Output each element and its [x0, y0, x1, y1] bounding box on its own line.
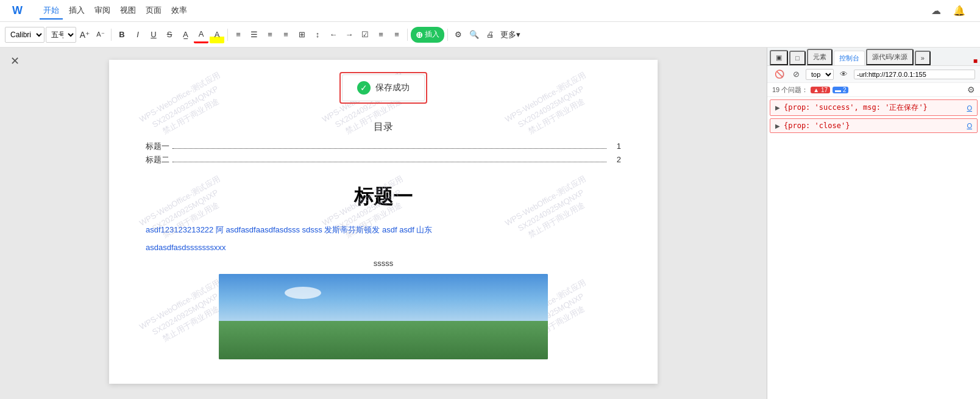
- toc-item: 标题一1: [146, 141, 621, 152]
- image-ground: [219, 321, 548, 359]
- numbering-btn[interactable]: ≡: [389, 26, 404, 43]
- toast-container: ✓ 保存成功: [339, 72, 427, 104]
- font-size-select[interactable]: 五号: [46, 27, 76, 43]
- expand-arrow-1[interactable]: ▶: [775, 104, 780, 111]
- indent-right-btn[interactable]: →: [342, 26, 357, 43]
- bell-icon-btn[interactable]: 🔔: [951, 2, 968, 20]
- devtools-tab-more[interactable]: »: [915, 51, 931, 65]
- menu-item-效率[interactable]: 效率: [168, 2, 191, 20]
- app-logo: W: [12, 4, 23, 17]
- devtools-toolbar: 🚫 ⊘ top 👁: [767, 66, 980, 83]
- toast-check-icon: ✓: [357, 81, 371, 95]
- devtools-settings-btn[interactable]: ⚙: [967, 85, 975, 95]
- close-btn[interactable]: ✕: [7, 54, 22, 68]
- toc-items: 标题一1标题二2: [146, 141, 621, 165]
- menu-item-插入[interactable]: 插入: [65, 2, 88, 20]
- insert-btn[interactable]: ⊕ 插入: [411, 27, 444, 43]
- underline-btn[interactable]: U: [146, 26, 161, 43]
- font-family-select[interactable]: Calibri: [5, 27, 44, 43]
- menu-bar: W 开始插入审阅视图页面效率 ☁ 🔔: [0, 0, 980, 22]
- font-grow-btn[interactable]: A⁺: [77, 26, 92, 43]
- sep4: [447, 29, 448, 41]
- eye-btn[interactable]: 👁: [837, 68, 850, 80]
- align-right-btn[interactable]: ≡: [263, 26, 277, 43]
- menu-item-视图[interactable]: 视图: [116, 2, 140, 20]
- doc-image: [219, 274, 548, 359]
- menu-item-审阅[interactable]: 审阅: [91, 2, 114, 20]
- pause-btn[interactable]: ⊘: [790, 68, 802, 80]
- image-clouds: [285, 287, 321, 299]
- strikethrough-btn[interactable]: S: [162, 26, 177, 43]
- console-text-1: {prop: 'success', msg: '正在保存'}: [784, 102, 928, 113]
- doc-area[interactable]: ✕ WPS-WebOffice-测试应用SX20240925MQNXP禁止用于商…: [0, 48, 767, 399]
- tools-btn[interactable]: ⚙: [451, 26, 466, 43]
- toc-title: 目录: [146, 121, 621, 134]
- sep2: [227, 29, 228, 41]
- devtools-tab-elements[interactable]: 元素: [807, 49, 833, 65]
- toast-inner: ✓ 保存成功: [342, 74, 425, 101]
- toolbar: Calibri 五号 A⁺ A⁻ B I U S A̲ A A ≡ ☰ ≡ ≡ …: [0, 22, 980, 48]
- plus-icon: ⊕: [416, 30, 423, 40]
- indent-left-btn[interactable]: ←: [326, 26, 341, 43]
- find-btn[interactable]: 🔍: [467, 26, 481, 43]
- context-selector[interactable]: top: [806, 69, 834, 80]
- doc-body-sub: asdasdfasdsssssssxxx: [146, 240, 621, 254]
- toast: ✓ 保存成功: [339, 72, 427, 104]
- checkbox-btn[interactable]: ☑: [358, 26, 372, 43]
- align-center-btn[interactable]: ☰: [247, 26, 261, 43]
- toc-item: 标题二2: [146, 154, 621, 165]
- devtools-tab-device[interactable]: □: [789, 51, 806, 65]
- highlight-btn[interactable]: A: [210, 26, 224, 43]
- issues-blue-badge: ▬ 2: [833, 87, 848, 93]
- more-chevron-icon: ▾: [516, 30, 520, 39]
- cloud-icon-btn[interactable]: ☁: [928, 2, 945, 20]
- issues-red-badge: ▲ 17: [811, 87, 830, 93]
- doc-main-heading: 标题一: [146, 184, 621, 210]
- devtools-content: ▶ {prop: 'success', msg: '正在保存'} O ▶ {pr…: [767, 97, 980, 399]
- devtools-panel: ▣ □ 元素 控制台 源代码/来源 » ■ 🚫 ⊘ top 👁 19 个问题： …: [767, 48, 980, 399]
- menu-items: 开始插入审阅视图页面效率: [40, 2, 191, 20]
- line-spacing-btn[interactable]: ↕: [310, 26, 325, 43]
- main-area: ✕ WPS-WebOffice-测试应用SX20240925MQNXP禁止用于商…: [0, 48, 980, 399]
- insert-label: 插入: [425, 29, 439, 40]
- distributed-btn[interactable]: ⊞: [294, 26, 309, 43]
- bold-btn[interactable]: B: [115, 26, 129, 43]
- sep1: [111, 29, 112, 41]
- italic-btn[interactable]: I: [130, 26, 145, 43]
- clear-console-btn[interactable]: 🚫: [772, 68, 787, 80]
- toast-message: 保存成功: [375, 82, 410, 93]
- bullets-btn[interactable]: ≡: [374, 26, 388, 43]
- more-btn[interactable]: 更多 ▾: [499, 26, 522, 43]
- char-spacing-btn[interactable]: A̲: [178, 26, 193, 43]
- font-shrink-btn[interactable]: A⁻: [93, 26, 108, 43]
- devtools-tab-sources[interactable]: 源代码/来源: [866, 49, 914, 65]
- doc-page: WPS-WebOffice-测试应用SX20240925MQNXP禁止用于商业用…: [109, 60, 658, 384]
- console-link-1[interactable]: O: [967, 104, 972, 112]
- issues-label: 19 个问题：: [772, 85, 808, 95]
- filter-input[interactable]: [854, 70, 975, 79]
- align-justify-btn[interactable]: ≡: [279, 26, 293, 43]
- menu-item-开始[interactable]: 开始: [40, 2, 63, 20]
- devtools-tab-console[interactable]: 控制台: [834, 51, 865, 65]
- expand-arrow-2[interactable]: ▶: [775, 123, 780, 129]
- console-entry-1: ▶ {prop: 'success', msg: '正在保存'} O: [770, 99, 978, 116]
- doc-body-sub2: sssss: [146, 259, 621, 268]
- devtools-issues-bar: 19 个问题： ▲ 17 ▬ 2 ⚙: [767, 83, 980, 97]
- console-entry-2: ▶ {prop: 'close'} O: [770, 118, 978, 133]
- menu-right: ☁ 🔔: [928, 2, 968, 20]
- image-sky: [219, 274, 548, 325]
- console-text-2: {prop: 'close'}: [784, 121, 850, 130]
- menu-item-页面[interactable]: 页面: [142, 2, 165, 20]
- align-left-btn[interactable]: ≡: [231, 26, 246, 43]
- print-btn[interactable]: 🖨: [483, 26, 497, 43]
- toc-section: 目录 标题一1标题二2: [146, 121, 621, 165]
- more-label: 更多: [500, 29, 516, 40]
- console-link-2[interactable]: O: [967, 122, 972, 129]
- sep3: [407, 29, 408, 41]
- devtools-close-btn[interactable]: ■: [973, 57, 978, 65]
- devtools-tabs: ▣ □ 元素 控制台 源代码/来源 » ■: [767, 48, 980, 66]
- font-color-btn[interactable]: A: [194, 26, 208, 43]
- doc-body-text: asdf123123213222 阿 asdfasdfaasdfasdsss s…: [146, 223, 621, 237]
- devtools-tab-inspect[interactable]: ▣: [770, 50, 788, 65]
